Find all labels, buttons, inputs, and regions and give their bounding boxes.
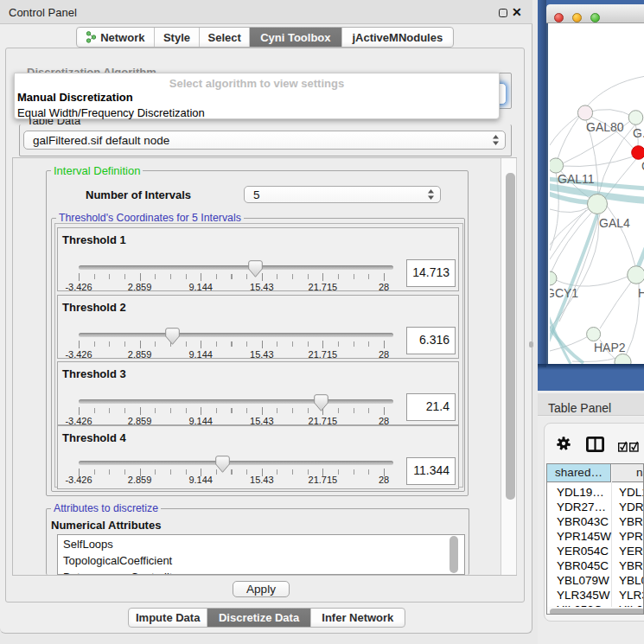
svg-text:GCY1: GCY1 — [550, 286, 578, 300]
svg-text:HAP2: HAP2 — [594, 341, 626, 354]
svg-text:G.: G. — [633, 126, 644, 140]
svg-text:GAL4: GAL4 — [599, 216, 630, 230]
svg-text:H: H — [638, 286, 644, 300]
svg-text:GAL80: GAL80 — [586, 120, 624, 134]
svg-text:GAL11: GAL11 — [558, 172, 595, 186]
